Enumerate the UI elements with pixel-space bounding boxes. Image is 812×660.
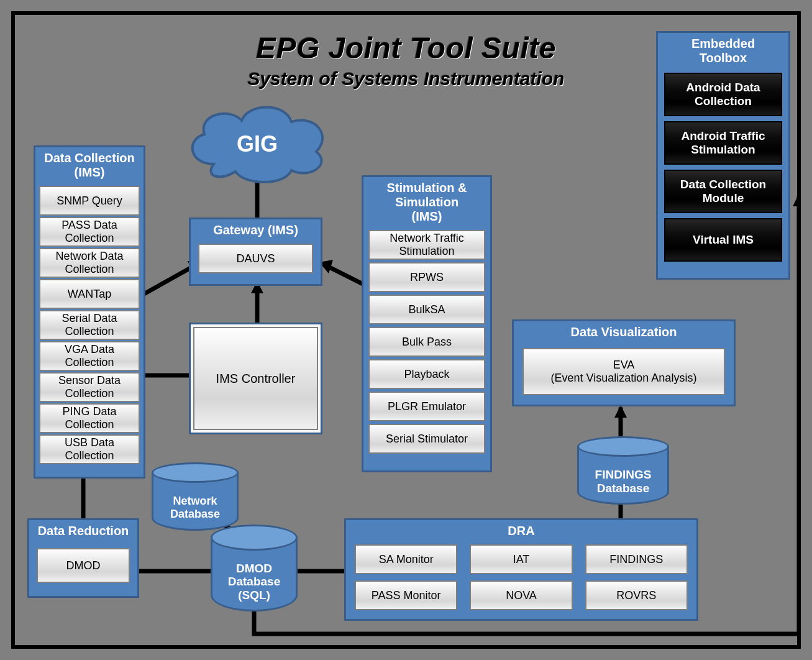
embedded-title: Embedded Toolbox bbox=[658, 33, 788, 71]
data-collection-item-0: SNMP Query bbox=[39, 186, 140, 216]
dra-item-0: SA Monitor bbox=[355, 544, 457, 574]
data-viz-eva: EVA (Event Visualization Analysis) bbox=[522, 348, 725, 395]
gig-cloud: GIG bbox=[176, 96, 338, 189]
data-reduction-title: Data Reduction bbox=[29, 520, 137, 544]
svg-marker-18 bbox=[614, 405, 627, 418]
data-viz-panel: Data Visualization EVA (Event Visualizat… bbox=[512, 319, 736, 406]
stim-sim-item-5: PLGR Emulator bbox=[368, 392, 485, 421]
findings-db-label: FINDINGS Database bbox=[577, 462, 669, 501]
dra-item-2: FINDINGS bbox=[585, 544, 688, 574]
dra-item-5: ROVRS bbox=[585, 580, 688, 610]
data-collection-item-3: WANTap bbox=[39, 279, 140, 309]
embedded-item-1: Android Traffic Stimulation bbox=[664, 121, 782, 165]
embedded-item-3: Virtual IMS bbox=[664, 218, 782, 262]
data-collection-item-1: PASS Data Collection bbox=[39, 217, 140, 247]
gateway-panel: Gateway (IMS) DAUVS bbox=[189, 218, 322, 286]
data-viz-title: Data Visualization bbox=[514, 321, 734, 346]
findings-db-cylinder: FINDINGS Database bbox=[577, 436, 669, 505]
dra-title: DRA bbox=[346, 520, 696, 544]
stim-sim-item-0: Network Traffic Stimulation bbox=[368, 230, 485, 260]
dra-item-1: IAT bbox=[470, 544, 572, 574]
data-reduction-panel: Data Reduction DMOD bbox=[27, 518, 139, 598]
data-collection-item-8: USB Data Collection bbox=[39, 434, 140, 464]
data-collection-item-5: VGA Data Collection bbox=[39, 341, 140, 371]
data-collection-item-2: Network Data Collection bbox=[39, 248, 140, 278]
data-collection-item-7: PING Data Collection bbox=[39, 403, 140, 433]
dra-item-3: PASS Monitor bbox=[355, 580, 457, 610]
ims-controller-box: IMS Controller bbox=[189, 323, 322, 434]
dmod-db-cylinder: DMOD Database (SQL) bbox=[211, 525, 298, 612]
dmod-db-label: DMOD Database (SQL) bbox=[211, 557, 298, 606]
data-collection-item-6: Sensor Data Collection bbox=[39, 372, 140, 402]
stim-sim-item-4: Playback bbox=[368, 359, 485, 389]
network-db-cylinder: Network Database bbox=[152, 462, 239, 531]
stim-sim-title: Stimulation & Simulation (IMS) bbox=[363, 177, 490, 230]
data-collection-title: Data Collection (IMS) bbox=[35, 147, 144, 186]
data-reduction-dmod: DMOD bbox=[37, 548, 130, 583]
stim-sim-item-2: BulkSA bbox=[368, 295, 485, 324]
stim-sim-item-3: Bulk Pass bbox=[368, 327, 485, 357]
embedded-item-2: Data Collection Module bbox=[664, 170, 782, 213]
dra-panel: DRA SA MonitorIATFINDINGSPASS MonitorNOV… bbox=[344, 518, 698, 621]
diagram-stage: EPG Joint Tool Suite System of Systems I… bbox=[0, 0, 812, 660]
gig-cloud-label: GIG bbox=[176, 131, 338, 157]
embedded-panel: Embedded Toolbox Android Data Collection… bbox=[656, 31, 790, 280]
outer-frame: EPG Joint Tool Suite System of Systems I… bbox=[11, 11, 801, 649]
gateway-dauvs: DAUVS bbox=[198, 244, 313, 273]
embedded-item-0: Android Data Collection bbox=[664, 73, 782, 116]
svg-marker-13 bbox=[793, 194, 801, 206]
dra-item-4: NOVA bbox=[470, 580, 572, 610]
ims-controller-label: IMS Controller bbox=[193, 327, 318, 430]
stim-sim-item-1: RPWS bbox=[368, 262, 485, 292]
data-collection-item-4: Serial Data Collection bbox=[39, 310, 140, 340]
gateway-title: Gateway (IMS) bbox=[191, 219, 321, 244]
stim-sim-panel: Stimulation & Simulation (IMS) Network T… bbox=[362, 175, 492, 472]
data-collection-panel: Data Collection (IMS) SNMP QueryPASS Dat… bbox=[34, 145, 145, 479]
stim-sim-item-6: Serial Stimulator bbox=[368, 424, 485, 454]
network-db-label: Network Database bbox=[152, 488, 239, 527]
